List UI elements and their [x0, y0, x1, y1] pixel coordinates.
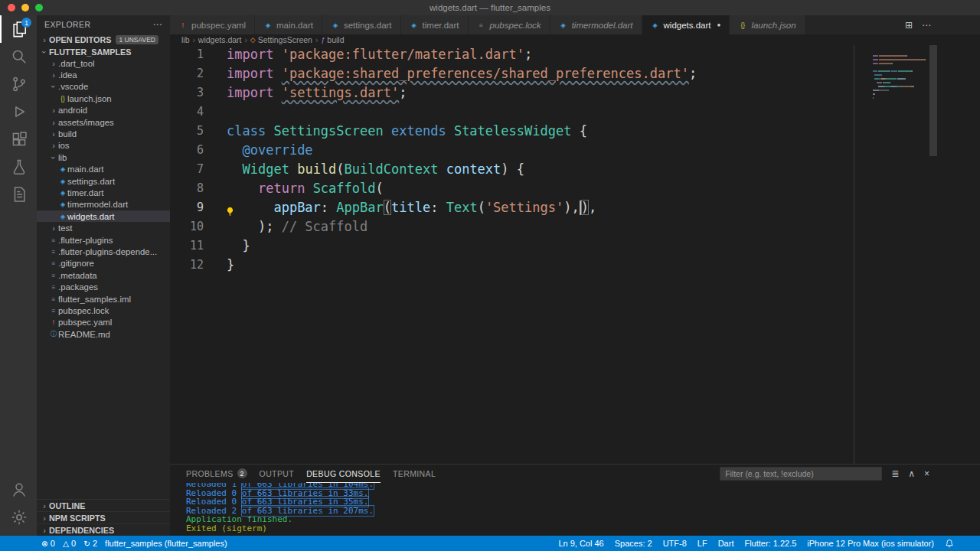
status-iphone-12-pro-max-ios-simulator[interactable]: iPhone 12 Pro Max (ios simulator)	[807, 539, 934, 548]
tree-item-flutter-plugins[interactable]: ≡.flutter-plugins	[37, 234, 170, 246]
tree-item-build[interactable]: ›build	[37, 128, 170, 139]
status-right: Ln 9, Col 46Spaces: 2UTF-8LFDartFlutter:…	[558, 539, 954, 548]
close-panel-icon[interactable]: ×	[924, 468, 929, 479]
tree-item-vscode[interactable]: ›.vscode	[37, 81, 170, 93]
sidebar-bottom-sections: ›OUTLINE›NPM SCRIPTS›DEPENDENCIES	[37, 499, 170, 536]
close-window-button[interactable]	[8, 4, 15, 11]
tree-item-pubspec-lock[interactable]: ≡pubspec.lock	[37, 305, 170, 316]
tree-item-label: lib	[58, 153, 67, 162]
tree-item-lib[interactable]: ›lib	[37, 152, 170, 163]
accounts-icon[interactable]	[0, 476, 37, 504]
output-actions-icon[interactable]: ≣	[891, 468, 899, 479]
editor-tab-widgets-dart[interactable]: ◈widgets.dart●	[642, 15, 730, 34]
more-actions-icon[interactable]: ⋯	[922, 20, 931, 31]
more-actions-icon[interactable]: ⋯	[153, 19, 162, 30]
status-flutter-samples-flutter-samples[interactable]: flutter_samples (flutter_samples)	[105, 539, 227, 548]
editor-tab-settings-dart[interactable]: ◈settings.dart	[322, 15, 401, 34]
minimap-line	[873, 67, 928, 68]
window-controls	[8, 4, 43, 11]
minimize-window-button[interactable]	[21, 4, 29, 11]
vertical-scrollbar[interactable]	[929, 45, 937, 156]
maximize-panel-icon[interactable]: ∧	[908, 468, 915, 479]
line-number: 8	[170, 179, 219, 198]
chevron-right-icon: ›	[49, 223, 58, 233]
section-dependencies[interactable]: ›DEPENDENCIES	[37, 523, 170, 536]
explorer-icon[interactable]: 1	[0, 15, 37, 43]
editor-tab-pubspec-yaml[interactable]: !pubspec.yaml	[170, 15, 255, 34]
status-bell[interactable]	[945, 539, 954, 548]
panel-tab-output[interactable]: OUTPUT	[260, 465, 295, 483]
search-icon[interactable]	[0, 43, 37, 70]
dart-file-icon: ◈	[331, 21, 340, 29]
tree-item-gitignore[interactable]: ≡.gitignore	[37, 258, 170, 269]
tree-item-dart-tool[interactable]: ›.dart_tool	[37, 57, 170, 69]
tree-item-metadata[interactable]: ≡.metadata	[37, 269, 170, 281]
extensions-icon[interactable]	[0, 126, 37, 153]
open-editors-section[interactable]: › OPEN EDITORS 1 UNSAVED	[37, 34, 170, 46]
tree-item-ios[interactable]: ›ios	[37, 140, 170, 152]
code-line-5: 5class SettingsScreen extends StatelessW…	[170, 122, 980, 141]
split-editor-icon[interactable]: ⊞	[905, 20, 913, 31]
project-root-folder[interactable]: › FLUTTER_SAMPLES	[37, 46, 170, 57]
minimap[interactable]	[873, 47, 928, 93]
zoom-window-button[interactable]	[35, 4, 43, 11]
editor-tab-pubspec-lock[interactable]: ≡pubspec.lock	[469, 15, 550, 34]
tree-item-assets-images[interactable]: ›assets/images	[37, 116, 170, 128]
status-spaces-2[interactable]: Spaces: 2	[615, 539, 652, 548]
status-warning[interactable]: △0	[63, 539, 76, 548]
code-editor[interactable]: 1import 'package:flutter/material.dart';…	[170, 45, 980, 464]
status-utf-8[interactable]: UTF-8	[663, 539, 687, 548]
editor-tab-timer-dart[interactable]: ◈timer.dart	[401, 15, 469, 34]
tree-item-widgets-dart[interactable]: ◈widgets.dart	[37, 210, 170, 222]
status-dart[interactable]: Dart	[718, 539, 734, 548]
sidebar-header: EXPLORER ⋯	[37, 15, 170, 34]
editor-tab-main-dart[interactable]: ◈main.dart	[255, 15, 322, 34]
tree-item-pubspec-yaml[interactable]: !pubspec.yaml	[37, 317, 170, 328]
problems-count-badge: 2	[237, 468, 247, 478]
unsaved-badge: 1 UNSAVED	[116, 35, 158, 44]
tree-item-timer-dart[interactable]: ◈timer.dart	[37, 187, 170, 198]
tree-item-launch-json[interactable]: {}launch.json	[37, 93, 170, 104]
status-error[interactable]: ⊗0	[41, 539, 55, 548]
panel-tab-label: DEBUG CONSOLE	[306, 469, 381, 478]
editor-tab-timermodel-dart[interactable]: ◈timermodel.dart	[550, 15, 642, 34]
breadcrumb-widgets-dart[interactable]: widgets.dart	[198, 35, 242, 44]
tree-item-android[interactable]: ›android	[37, 105, 170, 116]
line-text: ); // Scaffold	[219, 217, 368, 236]
panel-tab-problems[interactable]: PROBLEMS2	[186, 465, 247, 483]
tree-item-timermodel-dart[interactable]: ◈timermodel.dart	[37, 199, 170, 210]
panel-tab-debug-console[interactable]: DEBUG CONSOLE	[306, 465, 381, 483]
activity-bar-bottom	[0, 476, 37, 536]
status-lf[interactable]: LF	[697, 539, 707, 548]
file-file-icon: ≡	[49, 283, 58, 291]
breadcrumb-build[interactable]: ƒbuild	[321, 35, 344, 44]
status-sync[interactable]: ↻2	[83, 539, 97, 548]
section-npm-scripts[interactable]: ›NPM SCRIPTS	[37, 511, 170, 523]
testing-icon[interactable]	[0, 153, 37, 181]
settings-gear-icon[interactable]	[0, 504, 37, 531]
breadcrumb-settingsscreen[interactable]: ◇SettingsScreen	[250, 35, 312, 44]
status-flutter-1-22-5[interactable]: Flutter: 1.22.5	[744, 539, 796, 548]
chevron-down-icon: ›	[40, 47, 49, 57]
run-debug-icon[interactable]	[0, 98, 37, 126]
section-outline[interactable]: ›OUTLINE	[37, 499, 170, 511]
editor-tab-launch-json[interactable]: {}launch.json	[730, 15, 805, 34]
tree-item-flutter-plugins-depende[interactable]: ≡.flutter-plugins-depende...	[37, 246, 170, 257]
tree-item-flutter-samples-iml[interactable]: ≡flutter_samples.iml	[37, 293, 170, 305]
panel-tab-terminal[interactable]: TERMINAL	[393, 465, 436, 483]
tree-item-test[interactable]: ›test	[37, 222, 170, 233]
status-ln-9-col-46[interactable]: Ln 9, Col 46	[558, 539, 603, 548]
dart-file-icon: ◈	[410, 21, 419, 29]
source-control-icon[interactable]	[0, 70, 37, 98]
tree-item-main-dart[interactable]: ◈main.dart	[37, 164, 170, 175]
tree-item-settings-dart[interactable]: ◈settings.dart	[37, 175, 170, 187]
tree-item-readme-md[interactable]: ⓘREADME.md	[37, 328, 170, 340]
console-filter-input[interactable]	[720, 467, 882, 481]
panel-tabs: PROBLEMS2OUTPUTDEBUG CONSOLETERMINAL	[186, 465, 436, 483]
breadcrumb-lib[interactable]: lib	[181, 35, 190, 44]
panel-tab-label: PROBLEMS	[186, 469, 234, 478]
tree-item-idea[interactable]: ›.idea	[37, 69, 170, 80]
flutter-outline-icon[interactable]	[0, 181, 37, 208]
section-label: DEPENDENCIES	[49, 526, 114, 535]
tree-item-packages[interactable]: ≡.packages	[37, 281, 170, 292]
